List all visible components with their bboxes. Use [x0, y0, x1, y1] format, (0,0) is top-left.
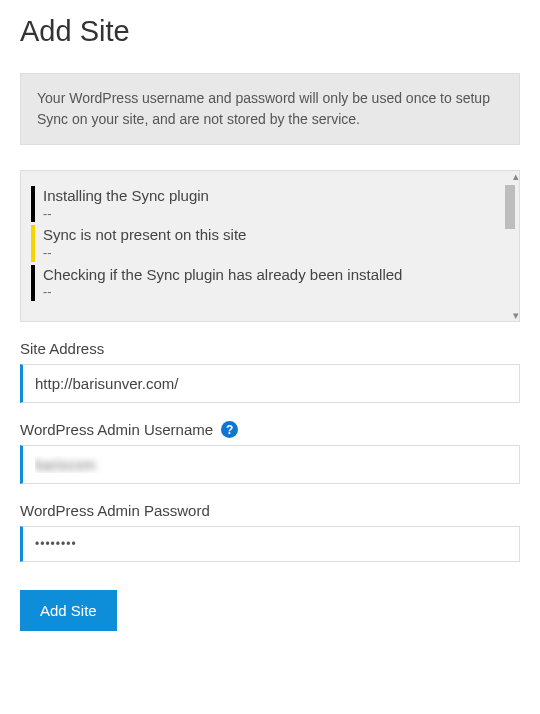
scroll-down-indicator: ▾: [513, 310, 519, 321]
log-panel[interactable]: ▴ Installing the Sync plugin -- Sync is …: [20, 170, 520, 322]
log-entry: Checking if the Sync plugin has already …: [31, 265, 519, 301]
log-separator: --: [43, 206, 519, 223]
add-site-button[interactable]: Add Site: [20, 590, 117, 631]
log-entry: Installing the Sync plugin --: [31, 186, 519, 222]
admin-password-label: WordPress Admin Password: [20, 502, 520, 519]
log-text: Checking if the Sync plugin has already …: [43, 265, 519, 285]
scrollbar-thumb[interactable]: [505, 185, 515, 229]
admin-password-group: WordPress Admin Password: [20, 502, 520, 562]
site-address-input[interactable]: [20, 364, 520, 403]
admin-password-input[interactable]: [20, 526, 520, 562]
info-banner: Your WordPress username and password wil…: [20, 73, 520, 145]
log-text: Sync is not present on this site: [43, 225, 519, 245]
admin-username-label: WordPress Admin Username: [20, 421, 213, 438]
log-text: Installing the Sync plugin: [43, 186, 519, 206]
site-address-label: Site Address: [20, 340, 520, 357]
site-address-group: Site Address: [20, 340, 520, 403]
admin-username-group: WordPress Admin Username ?: [20, 421, 520, 484]
log-separator: --: [43, 245, 519, 262]
page-title: Add Site: [20, 15, 520, 48]
scroll-up-indicator: ▴: [513, 171, 519, 182]
log-entry: Sync is not present on this site --: [31, 225, 519, 261]
admin-username-input[interactable]: [20, 445, 520, 484]
help-icon[interactable]: ?: [221, 421, 238, 438]
log-separator: --: [43, 284, 519, 301]
